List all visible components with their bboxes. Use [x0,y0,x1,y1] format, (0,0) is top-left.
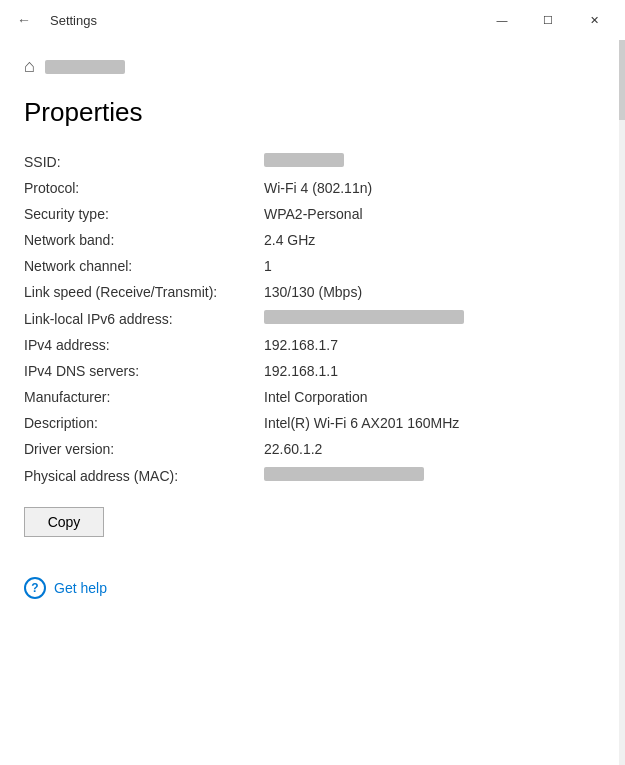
property-label: Description: [24,415,264,431]
back-button[interactable]: ← [8,4,40,36]
property-label: Driver version: [24,441,264,457]
get-help-row: ? Get help [24,577,601,599]
property-value: Intel Corporation [264,389,368,405]
property-label: Protocol: [24,180,264,196]
property-value: 192.168.1.7 [264,337,338,353]
property-label: SSID: [24,154,264,170]
property-value: Wi-Fi 4 (802.11n) [264,180,372,196]
help-icon: ? [24,577,46,599]
property-value: WPA2-Personal [264,206,363,222]
property-label: Manufacturer: [24,389,264,405]
property-value: Intel(R) Wi-Fi 6 AX201 160MHz [264,415,459,431]
property-value: 130/130 (Mbps) [264,284,362,300]
property-row: Network band:2.4 GHz [24,227,601,253]
property-row: Manufacturer:Intel Corporation [24,384,601,410]
get-help-link[interactable]: Get help [54,580,107,596]
copy-button[interactable]: Copy [24,507,104,537]
property-label: Network channel: [24,258,264,274]
property-row: SSID: [24,148,601,175]
property-value [264,153,344,167]
home-icon[interactable]: ⌂ [24,56,35,77]
properties-table: SSID:Protocol:Wi-Fi 4 (802.11n)Security … [24,148,601,489]
property-label: Network band: [24,232,264,248]
titlebar-controls: — ☐ ✕ [479,4,617,36]
breadcrumb-blur [45,60,125,74]
titlebar-left: ← Settings [8,4,97,36]
property-label: IPv4 DNS servers: [24,363,264,379]
window-title: Settings [50,13,97,28]
property-value: 192.168.1.1 [264,363,338,379]
property-row: Protocol:Wi-Fi 4 (802.11n) [24,175,601,201]
property-row: Security type:WPA2-Personal [24,201,601,227]
property-value: 22.60.1.2 [264,441,322,457]
property-label: Security type: [24,206,264,222]
property-value [264,310,464,324]
property-row: IPv4 address:192.168.1.7 [24,332,601,358]
property-row: Link-local IPv6 address: [24,305,601,332]
property-value: 1 [264,258,272,274]
help-icon-symbol: ? [31,581,38,595]
breadcrumb: ⌂ [24,40,601,85]
maximize-button[interactable]: ☐ [525,4,571,36]
property-label: Link speed (Receive/Transmit): [24,284,264,300]
close-button[interactable]: ✕ [571,4,617,36]
property-value: 2.4 GHz [264,232,315,248]
property-row: Driver version:22.60.1.2 [24,436,601,462]
page-title: Properties [24,97,601,128]
property-value [264,467,424,481]
property-label: IPv4 address: [24,337,264,353]
minimize-button[interactable]: — [479,4,525,36]
property-label: Link-local IPv6 address: [24,311,264,327]
property-row: Description:Intel(R) Wi-Fi 6 AX201 160MH… [24,410,601,436]
property-row: IPv4 DNS servers:192.168.1.1 [24,358,601,384]
property-row: Physical address (MAC): [24,462,601,489]
titlebar: ← Settings — ☐ ✕ [0,0,625,40]
property-row: Network channel:1 [24,253,601,279]
property-label: Physical address (MAC): [24,468,264,484]
main-content: ⌂ Properties SSID:Protocol:Wi-Fi 4 (802.… [0,40,625,765]
property-row: Link speed (Receive/Transmit):130/130 (M… [24,279,601,305]
